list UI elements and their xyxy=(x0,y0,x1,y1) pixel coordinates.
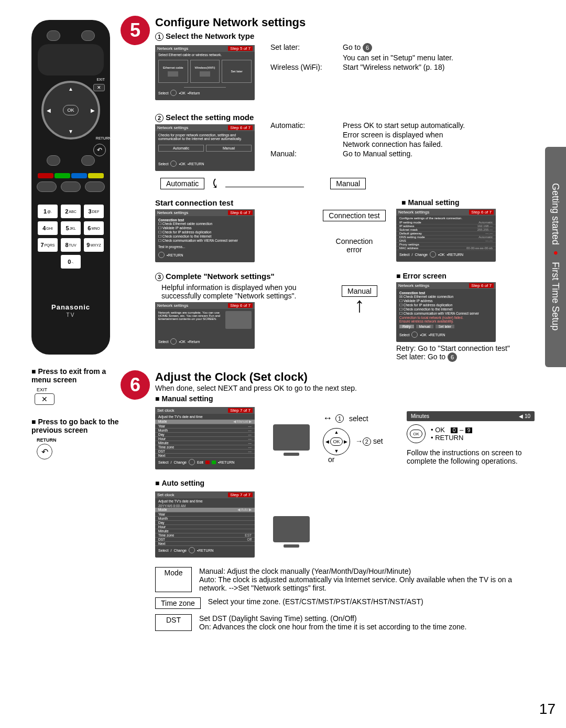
connection-error: Connectionerror xyxy=(323,237,386,254)
mode-desc: Manual: Adjust the clock manually (Year/… xyxy=(199,567,535,592)
screen-network-type: Network settingsStep 5 of 7 Select Ether… xyxy=(155,45,255,100)
screen-connection-test: Network settingsStep 6 of 7 Connection t… xyxy=(155,209,255,262)
box-manual: Manual xyxy=(330,178,366,189)
key-8[interactable]: 8TUV xyxy=(61,238,81,252)
tz-desc: Select your time zone. (EST/CST/MST/PST/… xyxy=(208,597,423,609)
remote-dpad[interactable]: ▲ ▼ ◀ ▶ OK xyxy=(41,81,100,140)
main-content: 5 Configure Network settings 1Select the… xyxy=(121,16,535,631)
remote-exit-label: EXIT xyxy=(96,78,105,81)
remote-control: EXIT ✕ ▲ ▼ ◀ ▶ OK RETURN ↶ 1@. 2ABC 3DEF… xyxy=(31,20,110,355)
auto-setting-6: Auto setting xyxy=(155,479,535,487)
step5-right2: Automatic:Press OK to start setup automa… xyxy=(270,121,465,159)
remote-button[interactable] xyxy=(61,181,81,192)
remote-button[interactable] xyxy=(81,155,95,166)
box-timezone: Time zone xyxy=(155,597,201,609)
screen-auto-clock: Set clockStep 7 of 7 Adjust the TV's dat… xyxy=(155,491,255,558)
box-connection-test: Connection test xyxy=(323,210,385,221)
key-1[interactable]: 1@. xyxy=(38,205,58,218)
remote-brand-sub: TV xyxy=(37,312,105,318)
arrow-down-icon[interactable]: ▼ xyxy=(68,129,73,134)
manual-setting-6: Manual setting xyxy=(155,394,535,403)
follow-text: Follow the instructions on screen to com… xyxy=(407,448,535,465)
step5-right1: Set later:Go to 6 You can set in "Setup"… xyxy=(270,43,453,72)
sub3-desc: Helpful information is displayed when yo… xyxy=(161,283,323,300)
key-6[interactable]: 6MNO xyxy=(84,221,104,235)
key-2[interactable]: 2ABC xyxy=(61,205,81,218)
step5-sub2: 2Select the setting mode xyxy=(155,113,260,122)
arrow-down-icon: ⤹ xyxy=(210,176,220,191)
key-7[interactable]: 7PQRS xyxy=(38,238,58,252)
step5-title: Configure Network settings xyxy=(155,16,535,29)
step6-header: 6 Adjust the Clock (Set clock) When done… xyxy=(121,370,535,631)
side-tab: Getting started • First Time Setup xyxy=(545,147,566,367)
step6-badge: 6 xyxy=(121,370,150,400)
screen-error: Network settingsStep 6 of 7 Connection t… xyxy=(396,282,496,342)
side-tab-dot: • xyxy=(549,251,563,259)
left-hints: Press to exit from a menu screen EXIT ✕ … xyxy=(31,367,126,459)
hint-exit-label: EXIT xyxy=(37,387,126,392)
step5-sub1: 1Select the Network type xyxy=(155,31,535,41)
arrow-left-icon[interactable]: ◀ xyxy=(325,439,329,444)
screen-setting-mode: Network settingsStep 6 of 7 Checks for p… xyxy=(155,124,255,171)
return-button-icon[interactable]: ↶ xyxy=(37,444,52,459)
exit-button-icon[interactable]: ✕ xyxy=(35,393,55,405)
key-0[interactable]: 0-. xyxy=(61,255,81,269)
remote-display-zone: EXIT ✕ xyxy=(38,44,104,76)
screen-complete: Network settingsStep 6 of 7 Network sett… xyxy=(155,302,255,349)
remote-keypad: 1@. 2ABC 3DEF 4GHI 5JKL 6MNO 7PQRS 8TUV … xyxy=(38,205,104,269)
remote-blue-button[interactable] xyxy=(71,173,87,178)
box-dst: DST xyxy=(155,614,192,631)
key-5[interactable]: 5JKL xyxy=(61,221,81,235)
setlater-text: Set later: Go to 6 xyxy=(396,352,535,362)
remote-ok-button[interactable]: OK xyxy=(63,105,79,115)
remote-button[interactable] xyxy=(85,181,105,192)
key-3[interactable]: 3DEF xyxy=(84,205,104,218)
remote-button[interactable] xyxy=(47,30,60,41)
step5-header: 5 Configure Network settings 1Select the… xyxy=(121,16,535,362)
arrow-up-icon[interactable]: ▲ xyxy=(334,430,339,435)
hint-return-title: Press to go back to the previous screen xyxy=(31,417,126,434)
remote-color-buttons xyxy=(38,173,104,178)
remote-button[interactable] xyxy=(81,30,95,41)
arrow-right-icon[interactable]: ▶ xyxy=(91,108,95,113)
remote-button[interactable] xyxy=(37,181,57,192)
start-connection-test: Start connection test xyxy=(155,198,312,207)
dst-desc: Set DST (Daylight Saving Time) setting. … xyxy=(199,614,466,631)
dpad-big[interactable]: ▲ ▼ ◀ ▶ OK xyxy=(323,428,350,455)
hint-return-label: RETURN xyxy=(37,437,126,443)
side-tab-text: Getting started • First Time Setup xyxy=(548,183,563,330)
dpad-mini[interactable]: OK xyxy=(407,424,426,443)
screen-manual-setting: Network settingsStep 6 of 7 Configure se… xyxy=(396,209,496,262)
screen-manual-clock: Set clockStep 7 of 7 Adjust the TV's dat… xyxy=(155,407,255,469)
arrow-up-icon[interactable]: ▲ xyxy=(68,86,73,92)
remote-return-button[interactable]: ↶ xyxy=(93,144,106,156)
arrow-up-icon: ↑ xyxy=(333,297,386,313)
arrow-right-icon[interactable]: ▶ xyxy=(344,439,347,444)
box-mode: Mode xyxy=(155,567,192,592)
remote-red-button[interactable] xyxy=(38,173,53,178)
arrow-down-icon[interactable]: ▼ xyxy=(334,448,339,454)
error-screen-heading: Error screen xyxy=(396,272,535,280)
remote-brand: Panasonic xyxy=(37,303,105,311)
retry-text: Retry: Go to "Start connection test" xyxy=(396,344,535,352)
step5-badge: 5 xyxy=(121,16,150,45)
manual-setting-heading: Manual setting xyxy=(401,198,535,207)
key-9[interactable]: 9WXYZ xyxy=(84,238,104,252)
step5-sub3: 3Complete "Network settings" xyxy=(155,272,323,281)
remote-green-button[interactable] xyxy=(55,173,70,178)
tv-icon xyxy=(273,516,310,542)
side-tab-line2: First Time Setup xyxy=(550,262,561,331)
remote-exit-button[interactable]: ✕ xyxy=(93,84,105,91)
page-number: 17 xyxy=(539,701,556,718)
key-4[interactable]: 4GHI xyxy=(38,221,58,235)
step6-title: Adjust the Clock (Set clock) xyxy=(155,370,535,384)
minutes-box: Minutes ◀ 10 xyxy=(407,411,535,421)
tv-icon xyxy=(273,424,310,451)
box-automatic: Automatic xyxy=(160,178,204,189)
step6-desc: When done, select NEXT and press OK to g… xyxy=(155,384,535,392)
remote-yellow-button[interactable] xyxy=(88,173,104,178)
hint-exit-title: Press to exit from a menu screen xyxy=(31,367,126,384)
remote-button[interactable] xyxy=(47,155,60,166)
arrow-left-icon[interactable]: ◀ xyxy=(47,108,51,113)
ok-center[interactable]: OK xyxy=(330,437,343,446)
